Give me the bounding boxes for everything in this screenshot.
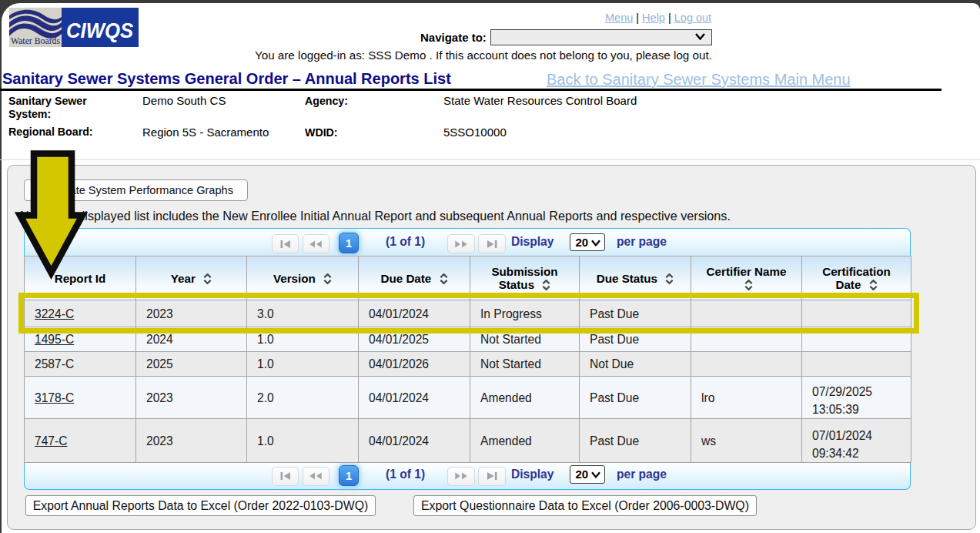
svg-text:CIWQS: CIWQS bbox=[66, 18, 133, 42]
svg-text:Water Boards: Water Boards bbox=[11, 35, 60, 46]
